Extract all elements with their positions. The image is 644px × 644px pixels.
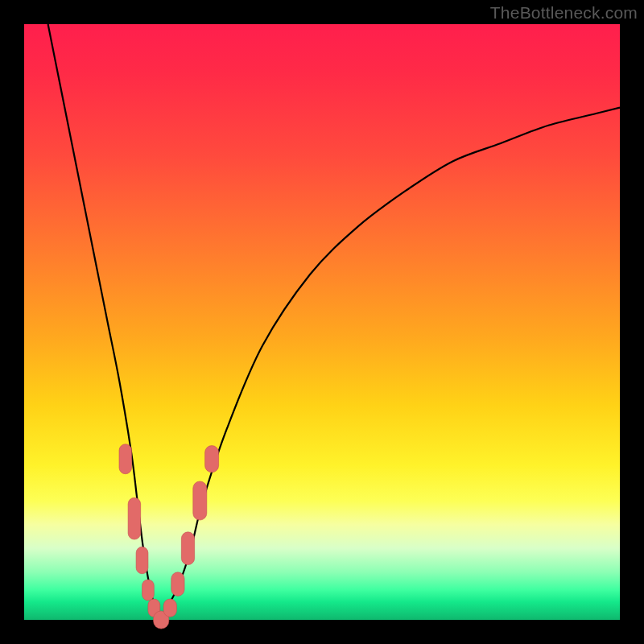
curve-layer — [24, 24, 620, 620]
curve-marker — [193, 481, 207, 520]
curve-marker — [205, 446, 219, 473]
curve-marker — [119, 444, 132, 474]
curve-marker — [181, 532, 194, 565]
curve-marker — [128, 497, 141, 539]
chart-frame: TheBottleneck.com — [0, 0, 644, 644]
curve-marker — [142, 580, 155, 601]
curve-marker — [171, 572, 184, 597]
watermark-text: TheBottleneck.com — [490, 3, 638, 23]
curve-marker — [163, 599, 176, 617]
curve-marker — [136, 547, 148, 573]
